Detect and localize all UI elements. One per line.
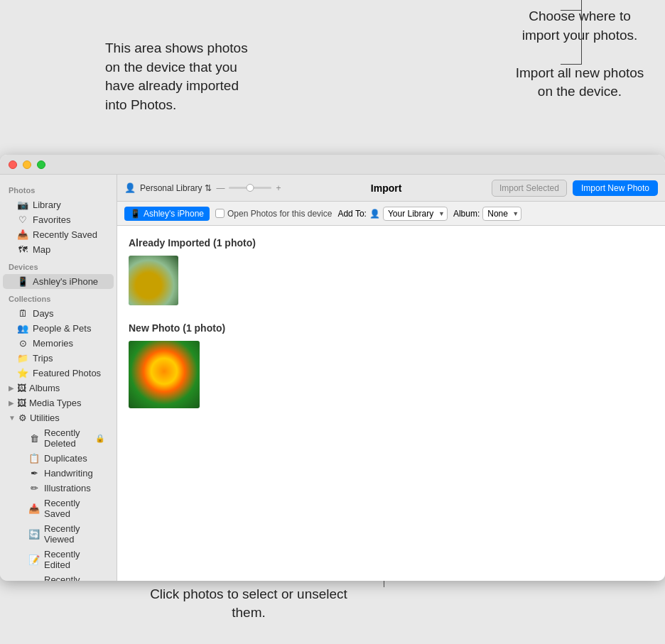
annotation-right-text2: Import all new photos on the device. bbox=[516, 65, 644, 99]
small-flower-image bbox=[129, 256, 178, 305]
annotation-left-text: This area shows photos on the device tha… bbox=[105, 40, 248, 112]
sidebar-item-map[interactable]: 🗺 Map bbox=[3, 242, 114, 257]
library-label: Personal Library bbox=[140, 183, 202, 193]
import-selected-button[interactable]: Import Selected bbox=[492, 180, 567, 197]
iphone-tab-label: Ashley's iPhone bbox=[144, 209, 204, 219]
sidebar-label-recently-saved: Recently Saved bbox=[33, 229, 97, 240]
sidebar-item-featured[interactable]: ⭐ Featured Photos bbox=[3, 366, 114, 381]
sidebar-label-trips: Trips bbox=[33, 353, 53, 364]
map-icon: 🗺 bbox=[17, 244, 28, 255]
utilities-label: Utilities bbox=[30, 413, 60, 423]
import-new-button[interactable]: Import New Photo bbox=[573, 180, 658, 196]
handwriting-icon: ✒ bbox=[28, 468, 40, 479]
section-header-imported: Already Imported (1 photo) bbox=[129, 237, 654, 249]
right-horiz-line1 bbox=[561, 10, 582, 11]
open-photos-checkbox[interactable] bbox=[215, 209, 225, 218]
sidebar-item-recently-shared[interactable]: ⊙ Recently Shared bbox=[3, 572, 114, 581]
toolbar-title: Import bbox=[286, 182, 486, 194]
sidebar-item-people-pets[interactable]: 👥 People & Pets bbox=[3, 321, 114, 336]
minimize-button[interactable] bbox=[23, 160, 31, 169]
sidebar-label-recently-edited: Recently Edited bbox=[44, 549, 105, 570]
media-types-group-toggle[interactable]: ▶ 🖼 Media Types bbox=[0, 395, 117, 410]
sidebar-label-iphone: Ashley's iPhone bbox=[33, 276, 98, 287]
sidebar-section-photos: Photos bbox=[0, 180, 117, 197]
sidebar-item-iphone[interactable]: 📱 Ashley's iPhone bbox=[3, 274, 114, 289]
sidebar-item-library[interactable]: 📷 Library bbox=[3, 197, 114, 212]
album-dropdown[interactable]: None bbox=[482, 207, 521, 221]
sidebar-item-illustrations[interactable]: ✏ Illustrations bbox=[3, 481, 114, 496]
trips-icon: 📁 bbox=[17, 353, 28, 364]
library-selector[interactable]: Personal Library ⇅ bbox=[140, 183, 212, 193]
sidebar-item-duplicates[interactable]: 📋 Duplicates bbox=[3, 451, 114, 466]
sidebar-label-days: Days bbox=[33, 308, 54, 319]
album-dropdown-wrapper: None ▼ bbox=[482, 207, 521, 221]
main-content: 👤 Personal Library ⇅ — + Import Import S… bbox=[117, 175, 665, 581]
iphone-tab-icon: 📱 bbox=[130, 209, 141, 219]
people-pets-icon: 👥 bbox=[17, 323, 28, 334]
sidebar-item-recently-saved[interactable]: 📥 Recently Saved bbox=[3, 227, 114, 242]
media-types-icon: 🖼 bbox=[17, 398, 26, 408]
sidebar-label-memories: Memories bbox=[33, 338, 73, 349]
open-photos-checkbox-label[interactable]: Open Photos for this device bbox=[215, 209, 332, 219]
recently-shared-icon: ⊙ bbox=[28, 580, 40, 582]
zoom-slider[interactable] bbox=[229, 187, 271, 189]
photo-grid-new bbox=[129, 341, 654, 408]
sidebar-label-illustrations: Illustrations bbox=[44, 483, 91, 493]
favorites-icon: ♡ bbox=[17, 214, 28, 225]
utilities-chevron: ▼ bbox=[9, 414, 16, 422]
import-title: Import bbox=[371, 182, 402, 194]
sidebar-label-duplicates: Duplicates bbox=[44, 453, 87, 464]
sidebar-label-recently-shared: Recently Shared bbox=[44, 574, 105, 581]
recently-viewed-icon: 🔄 bbox=[28, 529, 40, 540]
utilities-group-toggle[interactable]: ▼ ⚙ Utilities bbox=[0, 410, 117, 425]
sidebar-item-memories[interactable]: ⊙ Memories bbox=[3, 336, 114, 351]
sidebar-label-featured: Featured Photos bbox=[33, 368, 101, 378]
days-icon: 🗓 bbox=[17, 308, 28, 319]
main-window: Photos 📷 Library ♡ Favorites 📥 Recently … bbox=[0, 155, 665, 581]
library-dropdown[interactable]: Your Library bbox=[383, 207, 448, 221]
sidebar-label-library: Library bbox=[33, 200, 61, 210]
photo-thumb-new-1[interactable] bbox=[129, 341, 200, 408]
illustrations-icon: ✏ bbox=[28, 483, 40, 493]
sidebar-item-recently-viewed[interactable]: 🔄 Recently Viewed bbox=[3, 521, 114, 547]
photos-content: Already Imported (1 photo) New Photo (1 … bbox=[117, 226, 665, 581]
sidebar-label-recently-deleted: Recently Deleted bbox=[44, 427, 91, 449]
utilities-icon: ⚙ bbox=[18, 413, 27, 423]
zoom-thumb bbox=[247, 184, 254, 192]
yellow-flower-image bbox=[129, 341, 200, 408]
annotation-left: This area shows photos on the device tha… bbox=[105, 39, 261, 114]
albums-group-toggle[interactable]: ▶ 🖼 Albums bbox=[0, 381, 117, 395]
annotation-right: Choose where to import your photos. Impo… bbox=[509, 7, 651, 102]
sidebar-item-trips[interactable]: 📁 Trips bbox=[3, 351, 114, 366]
person-icon: 👤 bbox=[124, 182, 136, 193]
zoom-minus: — bbox=[216, 183, 225, 193]
sidebar-item-favorites[interactable]: ♡ Favorites bbox=[3, 212, 114, 227]
iphone-icon: 📱 bbox=[17, 276, 28, 287]
sidebar-item-utilities-recently-saved[interactable]: 📥 Recently Saved bbox=[3, 496, 114, 521]
sidebar-label-handwriting: Handwriting bbox=[44, 468, 93, 479]
utilities-recently-saved-icon: 📥 bbox=[28, 503, 40, 514]
albums-chevron: ▶ bbox=[9, 384, 14, 392]
sidebar-item-recently-edited[interactable]: 📝 Recently Edited bbox=[3, 547, 114, 572]
sidebar-item-handwriting[interactable]: ✒ Handwriting bbox=[3, 466, 114, 481]
library-icon-small: 👤 bbox=[369, 209, 380, 219]
window-body: Photos 📷 Library ♡ Favorites 📥 Recently … bbox=[0, 175, 665, 581]
photo-thumb-imported-1[interactable] bbox=[129, 256, 178, 305]
albums-label: Albums bbox=[29, 383, 60, 393]
library-arrows-icon: ⇅ bbox=[205, 183, 212, 193]
zoom-plus: + bbox=[276, 183, 281, 193]
recently-edited-icon: 📝 bbox=[28, 555, 40, 565]
sidebar-label-favorites: Favorites bbox=[33, 214, 70, 225]
sidebar-item-days[interactable]: 🗓 Days bbox=[3, 306, 114, 321]
titlebar bbox=[0, 155, 665, 175]
library-icon: 📷 bbox=[17, 200, 28, 210]
filter-bar: 📱 Ashley's iPhone Open Photos for this d… bbox=[117, 202, 665, 226]
toolbar-left: 👤 Personal Library ⇅ — + bbox=[124, 182, 281, 193]
annotation-right-text1: Choose where to import your photos. bbox=[522, 9, 638, 43]
toolbar-right: Import Selected Import New Photo bbox=[492, 180, 658, 197]
add-to-label: Add To: bbox=[337, 209, 366, 219]
device-tab-iphone[interactable]: 📱 Ashley's iPhone bbox=[124, 207, 210, 221]
maximize-button[interactable] bbox=[37, 160, 45, 169]
sidebar-item-recently-deleted[interactable]: 🗑 Recently Deleted 🔒 bbox=[3, 425, 114, 451]
close-button[interactable] bbox=[9, 160, 17, 169]
